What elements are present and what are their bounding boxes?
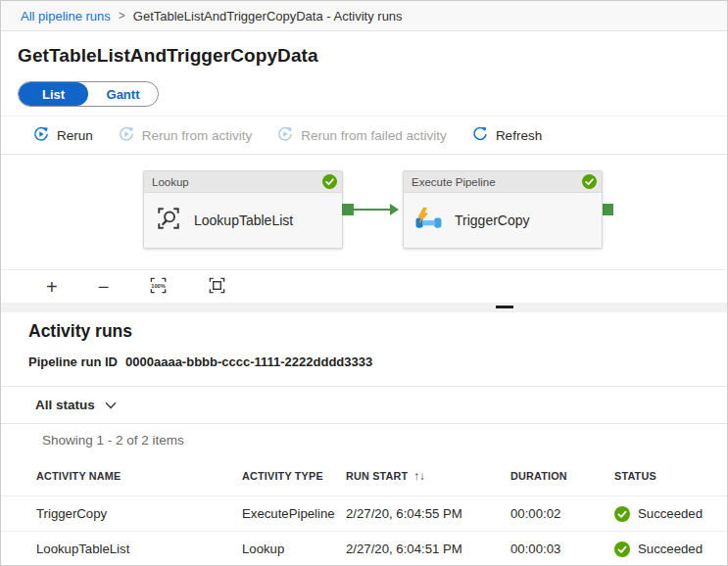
table-row[interactable]: TriggerCopy ExecutePipeline 2/27/20, 6:0… — [1, 496, 727, 532]
rerun-icon — [33, 126, 49, 145]
svg-text:100%: 100% — [152, 282, 167, 288]
cell-activity-type: Lookup — [242, 542, 346, 556]
status-filter-label: All status — [35, 398, 95, 412]
status-filter-dropdown[interactable]: All status — [1, 387, 727, 424]
diagram-zoom-toolbar: + − 100% — [1, 270, 727, 303]
breadcrumb-link-all-pipeline-runs[interactable]: All pipeline runs — [21, 9, 111, 24]
rerun-from-activity-label: Rerun from activity — [142, 128, 253, 143]
items-count-text: Showing 1 - 2 of 2 items — [1, 424, 727, 456]
cell-duration: 00:00:03 — [510, 542, 614, 556]
column-header-activity-name[interactable]: ACTIVITY NAME — [36, 470, 242, 482]
refresh-button[interactable]: Refresh — [472, 126, 542, 145]
cell-duration: 00:00:02 — [510, 506, 614, 521]
rerun-from-failed-activity-label: Rerun from failed activity — [301, 128, 447, 143]
rerun-from-failed-activity-icon — [277, 126, 293, 145]
fit-to-screen-button[interactable] — [208, 276, 226, 298]
activity-node-execute-pipeline-body: TriggerCopy — [404, 193, 602, 247]
breadcrumb: All pipeline runs > GetTableListAndTrigg… — [1, 1, 727, 31]
status-badge: Succeeded — [638, 506, 703, 521]
pipeline-diagram-canvas[interactable]: Lookup LookupTableList Execute Pipeline — [1, 155, 727, 270]
column-header-duration[interactable]: DURATION — [510, 470, 614, 482]
chevron-down-icon — [105, 398, 117, 412]
connector-line — [354, 209, 391, 211]
execute-pipeline-activity-icon — [415, 208, 442, 232]
activity-node-execute-pipeline-type-label: Execute Pipeline — [412, 176, 496, 188]
zoom-100-icon: 100% — [149, 276, 168, 298]
column-header-status[interactable]: STATUS — [614, 470, 727, 482]
rerun-button[interactable]: Rerun — [33, 126, 93, 145]
sort-icon[interactable]: ↑↓ — [413, 470, 425, 482]
connector-arrowhead — [390, 204, 399, 215]
rerun-from-failed-activity-button[interactable]: Rerun from failed activity — [277, 126, 447, 145]
status-badge: Succeeded — [638, 542, 703, 556]
tab-list[interactable]: List — [19, 82, 88, 106]
pipeline-run-id-label: Pipeline run ID — [28, 354, 118, 369]
page-title: GetTableListAndTriggerCopyData — [18, 45, 727, 67]
activity-node-lookup-body: LookupTableList — [144, 193, 342, 247]
activity-runs-heading: Activity runs — [28, 321, 727, 342]
zoom-in-button[interactable]: + — [46, 277, 58, 297]
activity-node-lookup-name: LookupTableList — [194, 212, 293, 228]
column-header-activity-type[interactable]: ACTIVITY TYPE — [242, 470, 346, 482]
activity-node-lookup-type-label: Lookup — [152, 176, 189, 188]
activity-node-execute-pipeline[interactable]: Execute Pipeline TriggerCopy — [403, 170, 603, 249]
toolbar: Rerun Rerun from activity Rerun from fai… — [1, 116, 727, 155]
table-row[interactable]: LookupTableList Lookup 2/27/20, 6:04:51 … — [1, 532, 727, 566]
cell-status: Succeeded — [614, 542, 727, 557]
rerun-label: Rerun — [57, 128, 93, 143]
cell-activity-name: TriggerCopy — [36, 506, 242, 521]
pipeline-run-id-value: 0000aaaa-bbbb-cccc-1111-2222dddd3333 — [125, 354, 372, 369]
fit-to-screen-icon — [208, 276, 226, 298]
rerun-from-activity-icon — [119, 126, 134, 145]
refresh-label: Refresh — [496, 128, 542, 143]
activity-runs-page: All pipeline runs > GetTableListAndTrigg… — [0, 0, 728, 566]
rerun-from-activity-button[interactable]: Rerun from activity — [119, 126, 253, 145]
zoom-out-button[interactable]: − — [98, 277, 110, 297]
diagram-horizontal-scrollbar[interactable] — [1, 303, 727, 312]
pipeline-run-id: Pipeline run ID 0000aaaa-bbbb-cccc-1111-… — [28, 354, 727, 369]
success-check-icon — [614, 542, 630, 557]
success-check-icon — [322, 174, 337, 189]
activity-node-execute-pipeline-header: Execute Pipeline — [404, 171, 602, 193]
output-port-lookup[interactable] — [342, 204, 354, 215]
lookup-activity-icon — [156, 206, 181, 234]
tab-gantt[interactable]: Gantt — [88, 82, 158, 106]
activity-node-lookup-header: Lookup — [144, 171, 342, 193]
refresh-icon — [472, 126, 488, 145]
cell-run-start: 2/27/20, 6:04:51 PM — [346, 542, 510, 556]
scrollbar-handle[interactable] — [496, 306, 513, 308]
cell-run-start: 2/27/20, 6:04:55 PM — [346, 506, 510, 521]
activity-node-lookup[interactable]: Lookup LookupTableList — [143, 170, 343, 249]
column-header-run-start[interactable]: RUN START ↑↓ — [346, 470, 510, 482]
success-check-icon — [582, 174, 597, 189]
view-toggle: List Gantt — [18, 81, 159, 107]
breadcrumb-current: GetTableListAndTriggerCopyData - Activit… — [133, 9, 403, 24]
zoom-100-button[interactable]: 100% — [149, 276, 168, 298]
breadcrumb-separator: > — [119, 9, 125, 23]
cell-activity-name: LookupTableList — [36, 542, 242, 556]
activity-runs-table-header: ACTIVITY NAME ACTIVITY TYPE RUN START ↑↓… — [1, 456, 727, 496]
success-check-icon — [614, 506, 630, 522]
cell-status: Succeeded — [614, 506, 727, 522]
activity-node-execute-pipeline-name: TriggerCopy — [455, 212, 530, 228]
cell-activity-type: ExecutePipeline — [242, 506, 346, 521]
output-port-execute-pipeline[interactable] — [602, 204, 613, 215]
